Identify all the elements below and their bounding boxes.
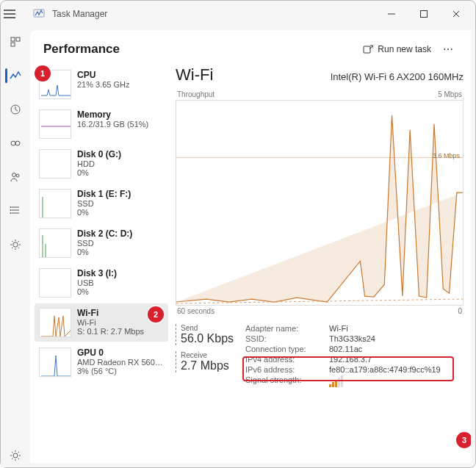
svg-rect-15 bbox=[364, 46, 370, 53]
nav-services-icon[interactable] bbox=[4, 233, 27, 256]
nav-rail bbox=[1, 27, 30, 467]
svg-rect-1 bbox=[421, 11, 428, 18]
app-icon bbox=[30, 8, 48, 20]
nav-processes-icon[interactable] bbox=[4, 30, 27, 54]
sidebar-item-disk0[interactable]: Disk 0 (G:)HDD0% bbox=[35, 145, 168, 183]
content-area: 1 Performance Run new task ⋯ CPU21% 3.65… bbox=[30, 30, 471, 463]
x-right: 0 bbox=[458, 307, 462, 315]
svg-rect-2 bbox=[11, 37, 15, 41]
svg-point-11 bbox=[10, 209, 12, 211]
run-new-task-button[interactable]: Run new task bbox=[357, 41, 437, 57]
hamburger-icon[interactable] bbox=[4, 10, 30, 18]
nav-startup-icon[interactable] bbox=[4, 132, 27, 155]
throughput-max: 5 Mbps bbox=[438, 90, 462, 98]
receive-stat: Receive 2.7 Mbps bbox=[176, 351, 238, 372]
nav-history-icon[interactable] bbox=[4, 98, 27, 121]
annotation-badge-2: 2 bbox=[148, 306, 164, 323]
nav-details-icon[interactable] bbox=[4, 199, 27, 223]
more-button[interactable]: ⋯ bbox=[437, 40, 459, 58]
svg-point-13 bbox=[13, 242, 18, 247]
properties-grid: Adapter name:Wi-Fi SSID:Th3G33ks24 Conne… bbox=[245, 324, 464, 389]
nav-users-icon[interactable] bbox=[4, 165, 27, 189]
svg-point-7 bbox=[15, 141, 20, 145]
svg-point-9 bbox=[16, 174, 19, 177]
svg-point-8 bbox=[12, 173, 16, 177]
run-task-label: Run new task bbox=[378, 44, 431, 54]
throughput-chart: 3.6 Mbps bbox=[176, 100, 464, 306]
marker-label: 3.6 Mbps bbox=[433, 152, 460, 159]
sidebar-item-wifi[interactable]: Wi-FiWi-FiS: 0.1 R: 2.7 Mbps 2 bbox=[35, 303, 168, 342]
app-title: Task Manager bbox=[48, 9, 375, 19]
send-stat: Send 56.0 Kbps bbox=[176, 324, 238, 345]
nav-performance-icon[interactable] bbox=[4, 64, 27, 87]
annotation-badge-3: 3 bbox=[456, 432, 471, 448]
svg-point-12 bbox=[10, 212, 12, 214]
sidebar-item-cpu[interactable]: CPU21% 3.65 GHz bbox=[35, 65, 168, 104]
detail-title: Wi-Fi bbox=[176, 65, 213, 84]
sidebar-item-gpu[interactable]: GPU 0AMD Radeon RX 560…3% (56 °C) bbox=[35, 343, 168, 381]
svg-point-10 bbox=[10, 206, 12, 208]
sidebar-item-disk3[interactable]: Disk 3 (I:)USB0% bbox=[35, 264, 168, 302]
page-title: Performance bbox=[43, 42, 357, 57]
adapter-name: Intel(R) Wi-Fi 6 AX200 160MHz bbox=[220, 71, 464, 82]
annotation-box-3 bbox=[242, 356, 454, 381]
detail-panel: Wi-Fi Intel(R) Wi-Fi 6 AX200 160MHz Thro… bbox=[171, 65, 471, 463]
app-window: Task Manager 1 Performance Run bbox=[0, 0, 476, 468]
minimize-button[interactable] bbox=[375, 3, 408, 25]
x-left: 60 seconds bbox=[177, 307, 214, 315]
throughput-label: Throughput bbox=[177, 90, 214, 98]
sidebar-item-disk2[interactable]: Disk 2 (C: D:)SSD0% bbox=[35, 224, 168, 262]
titlebar: Task Manager bbox=[1, 1, 475, 27]
resource-list: CPU21% 3.65 GHz Memory16.2/31.9 GB (51%)… bbox=[30, 65, 171, 463]
maximize-button[interactable] bbox=[408, 3, 440, 25]
svg-point-6 bbox=[11, 141, 15, 145]
sidebar-item-disk1[interactable]: Disk 1 (E: F:)SSD0% bbox=[35, 184, 168, 223]
run-task-icon bbox=[363, 44, 373, 54]
svg-rect-3 bbox=[16, 37, 20, 41]
svg-point-14 bbox=[13, 453, 18, 458]
sidebar-item-memory[interactable]: Memory16.2/31.9 GB (51%) bbox=[35, 105, 168, 143]
annotation-badge-1: 1 bbox=[35, 65, 51, 82]
close-button[interactable] bbox=[440, 3, 472, 25]
svg-rect-4 bbox=[11, 43, 15, 46]
settings-icon[interactable] bbox=[4, 444, 27, 467]
